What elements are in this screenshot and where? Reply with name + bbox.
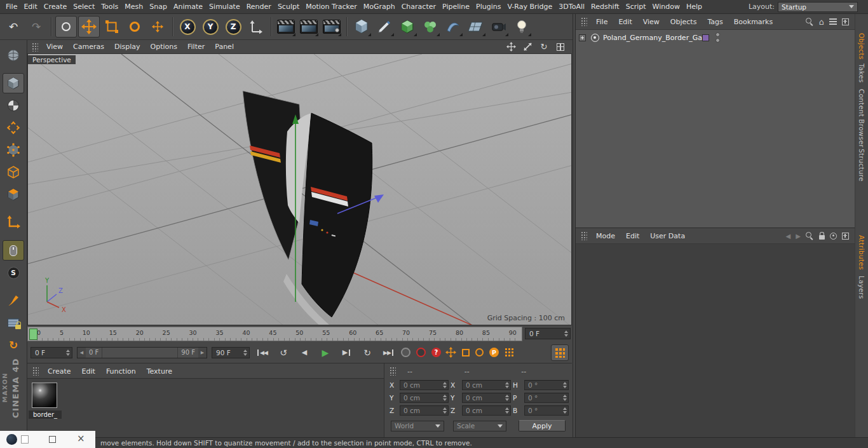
cloner-array-button[interactable] <box>419 16 441 37</box>
menubar-item-create[interactable]: Create <box>41 0 71 14</box>
am-menu-userdata[interactable]: User Data <box>645 232 690 240</box>
x-axis-handle[interactable] <box>333 264 487 325</box>
stepper-arrows-icon[interactable] <box>241 350 247 356</box>
rot-h-field[interactable]: 0 ° <box>524 380 569 390</box>
toggle-view-button[interactable] <box>554 42 567 52</box>
search-icon[interactable] <box>806 232 814 240</box>
playhead[interactable] <box>29 329 37 340</box>
rotate-workplane-button[interactable]: ↻ <box>3 335 24 355</box>
add-cube-button[interactable] <box>351 16 372 37</box>
panel-grip[interactable] <box>581 231 587 240</box>
keyframe-selection-button[interactable] <box>551 344 569 361</box>
workplane-mode-button[interactable] <box>3 118 24 138</box>
stepper-arrows-icon[interactable] <box>560 395 567 401</box>
lock-y-axis-button[interactable]: Y <box>200 16 221 37</box>
material-thumbnail[interactable] <box>32 383 57 408</box>
goto-end-button[interactable]: ▶▶ <box>380 346 397 360</box>
target-icon[interactable] <box>830 233 837 240</box>
history-forward-icon[interactable]: ▶ <box>796 233 801 240</box>
stepper-arrows-icon[interactable] <box>560 407 567 414</box>
material-menu-texture[interactable]: Texture <box>142 367 177 376</box>
pos-z-field[interactable]: 0 cm <box>400 405 449 416</box>
menubar-item-sculpt[interactable]: Sculpt <box>275 0 302 14</box>
stepper-arrows-icon[interactable] <box>560 382 567 388</box>
material-item[interactable]: border_ <box>27 379 63 423</box>
play-backwards-button[interactable]: ↺ <box>275 346 292 360</box>
subdivision-surface-button[interactable] <box>397 16 418 37</box>
menubar-item-redshift[interactable]: Redshift <box>588 0 623 14</box>
menubar-item-mesh[interactable]: Mesh <box>121 0 146 14</box>
material-list[interactable]: border_ <box>27 378 384 437</box>
coord-column-size[interactable]: -- <box>457 367 513 376</box>
app-icon[interactable] <box>6 434 17 445</box>
document-icon[interactable] <box>21 435 29 444</box>
menubar-item-script[interactable]: Script <box>623 0 649 14</box>
pos-y-field[interactable]: 0 cm <box>400 393 449 403</box>
camera-button[interactable] <box>488 16 510 37</box>
key-parameter-button[interactable]: P <box>489 348 499 357</box>
om-menu-objects[interactable]: Objects <box>665 18 702 26</box>
pen-spline-button[interactable] <box>374 16 395 37</box>
range-left-arrow-icon[interactable]: ◀ <box>78 348 86 358</box>
expand-icon[interactable] <box>579 34 586 41</box>
menubar-item-animate[interactable]: Animate <box>170 0 206 14</box>
panel-grip[interactable] <box>32 43 38 51</box>
current-frame-spinner[interactable]: 0 F <box>31 347 72 358</box>
apply-button[interactable]: Apply <box>519 420 566 431</box>
key-pla-button[interactable] <box>505 348 514 357</box>
menubar-item-motion-tracker[interactable]: Motion Tracker <box>302 0 360 14</box>
texture-mode-button[interactable] <box>3 95 24 116</box>
viewport-menu-view[interactable]: View <box>41 43 68 51</box>
rot-p-field[interactable]: 0 ° <box>524 393 569 403</box>
key-position-button[interactable] <box>445 347 456 358</box>
render-picture-viewer-button[interactable] <box>298 16 320 37</box>
size-z-field[interactable]: 0 cm <box>462 405 511 416</box>
render-view-button[interactable] <box>275 16 297 37</box>
material-menu-function[interactable]: Function <box>101 367 141 376</box>
autokey-help-button[interactable]: ? <box>431 348 441 357</box>
am-menu-mode[interactable]: Mode <box>591 232 620 240</box>
floor-plane-button[interactable] <box>465 16 487 37</box>
scene-object-border-gate[interactable] <box>243 91 372 325</box>
am-menu-edit[interactable]: Edit <box>621 232 644 240</box>
search-icon[interactable] <box>806 18 814 26</box>
menubar-item-snap[interactable]: Snap <box>146 0 170 14</box>
panel-menu-icon[interactable] <box>842 233 849 240</box>
deformer-button[interactable] <box>442 16 464 37</box>
stepper-arrows-icon[interactable] <box>440 407 447 414</box>
light-button[interactable] <box>511 16 532 37</box>
menubar-item-character[interactable]: Character <box>398 0 439 14</box>
rot-b-field[interactable]: 0 ° <box>524 405 569 416</box>
stepper-arrows-icon[interactable] <box>503 395 509 401</box>
menubar-item-render[interactable]: Render <box>243 0 275 14</box>
tab-layers[interactable]: Layers <box>858 276 865 299</box>
preview-range-slider[interactable]: ◀ 0 F 90 F ▶ <box>77 347 207 358</box>
menubar-item-simulate[interactable]: Simulate <box>206 0 243 14</box>
pan-view-button[interactable] <box>505 42 517 52</box>
brush-tool-button[interactable] <box>3 290 24 311</box>
menubar-item-plugins[interactable]: Plugins <box>473 0 504 14</box>
menubar-item-file[interactable]: File <box>3 0 20 14</box>
stepper-arrows-icon[interactable] <box>503 407 509 414</box>
record-disabled-icon[interactable] <box>401 348 410 357</box>
om-menu-file[interactable]: File <box>591 18 613 26</box>
polygons-mode-button[interactable] <box>3 184 24 205</box>
points-mode-button[interactable] <box>3 140 24 160</box>
menubar-item-3dtoall[interactable]: 3DToAll <box>555 0 588 14</box>
menubar-item-tools[interactable]: Tools <box>98 0 121 14</box>
scale-tool-button[interactable] <box>101 16 123 37</box>
key-scale-button[interactable] <box>462 349 470 356</box>
record-keyframe-button[interactable] <box>416 348 426 357</box>
close-icon[interactable]: × <box>77 433 85 445</box>
lock-z-axis-button[interactable]: Z <box>222 16 244 37</box>
viewport-menu-cameras[interactable]: Cameras <box>68 43 109 51</box>
menubar-item-mograph[interactable]: MoGraph <box>360 0 398 14</box>
loop-playback-button[interactable]: ↻ <box>359 346 376 360</box>
coordinate-space-select[interactable]: World <box>391 421 444 431</box>
end-frame-spinner[interactable]: 90 F <box>212 347 250 358</box>
previous-frame-button[interactable]: ◀ <box>296 346 313 360</box>
viewport-menu-options[interactable]: Options <box>146 43 182 51</box>
editor-visibility-dot[interactable] <box>715 32 720 37</box>
menubar-item-help[interactable]: Help <box>683 0 705 14</box>
last-tool-button[interactable] <box>147 16 168 37</box>
